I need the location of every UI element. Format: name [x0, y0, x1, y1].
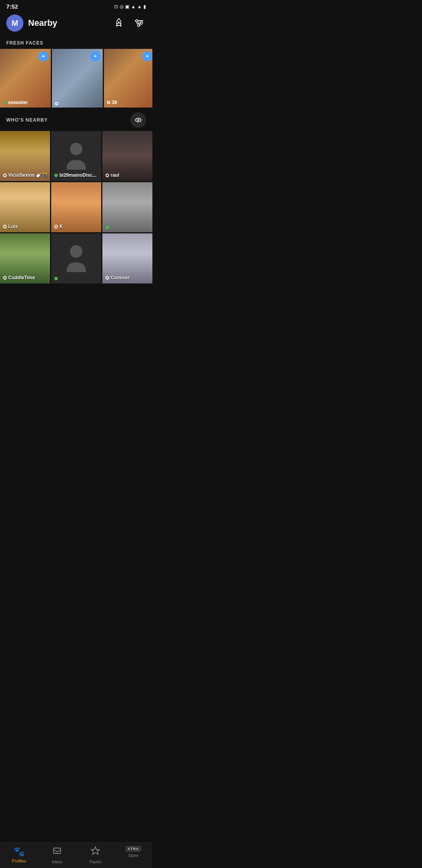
profile-label: VicioSexion 🍼🎊 [3, 172, 48, 178]
fresh-faces-row: ✦ seawater ✦ ✦ 38 🐱 ahora [0, 49, 152, 108]
boost-badge-3: ✦ [142, 51, 152, 61]
battery-icon: ▮ [143, 4, 146, 9]
profile-label-8 [54, 277, 58, 280]
fresh-faces-title: FRESH FACES [0, 36, 152, 49]
header-actions [112, 16, 146, 30]
profile-card-8[interactable] [51, 233, 101, 283]
svg-point-4 [136, 20, 138, 22]
fresh-label-2 [55, 102, 58, 105]
filter-icon [134, 18, 145, 29]
svg-point-9 [70, 143, 82, 155]
profile-card-luis[interactable]: Luis [0, 182, 50, 232]
at-icon: ◎ [120, 4, 123, 9]
fresh-label: seawater [3, 100, 28, 105]
profile-card-6[interactable] [102, 182, 152, 232]
boost-badge-2: ✦ [90, 51, 100, 61]
profile-label-raul: raul [106, 172, 119, 178]
profile-card-raul[interactable]: raul [102, 131, 152, 181]
avatar[interactable]: M [6, 14, 23, 32]
silhouette-icon [64, 140, 88, 172]
profile-card-cuddletime[interactable]: CuddleTime [0, 233, 50, 283]
svg-point-6 [138, 24, 140, 27]
page-title: Nearby [28, 18, 112, 28]
profile-label-luis: Luis [3, 224, 18, 229]
signal-icon: ▲ [137, 4, 142, 9]
offline-indicator [55, 102, 58, 105]
profile-card-bi29[interactable]: bi29mamoDisc... [51, 131, 101, 181]
eye-button[interactable] [131, 112, 146, 128]
status-time: 7:52 [6, 3, 18, 10]
fresh-label-3: 38 [107, 100, 117, 105]
profile-card-viciosex[interactable]: VicioSexion 🍼🎊 [0, 131, 50, 181]
fresh-card-38[interactable]: ✦ 38 [104, 49, 152, 108]
wifi-icon: ▲ [131, 4, 136, 9]
filter-button[interactable] [132, 16, 146, 30]
screenshot-icon: ⊡ [114, 4, 118, 9]
eye-icon [134, 116, 143, 124]
boost-badge: ✦ [38, 51, 48, 61]
whos-nearby-title: WHO'S NEARBY [6, 117, 48, 123]
fresh-card-2[interactable]: ✦ [52, 49, 103, 108]
whos-nearby-header: WHO'S NEARBY [0, 108, 152, 131]
svg-point-5 [140, 22, 143, 24]
profile-label-k: K [54, 224, 63, 229]
profile-card-conocer[interactable]: Conocer [102, 233, 152, 283]
profile-label-cuddletime: CuddleTime [3, 275, 35, 280]
profile-label-6 [106, 226, 109, 229]
profile-label-bi29: bi29mamoDisc... [54, 172, 97, 178]
profiles-grid: VicioSexion 🍼🎊 bi29mamoDisc... raul Luis [0, 131, 152, 283]
silhouette-icon-2 [64, 243, 88, 274]
fresh-card-seawater[interactable]: ✦ seawater [0, 49, 51, 108]
offline-indicator-3 [107, 101, 110, 104]
silhouette-2 [51, 233, 101, 283]
profile-card-k[interactable]: K [51, 182, 101, 232]
status-icons: ⊡ ◎ ▣ ▲ ▲ ▮ [114, 4, 146, 9]
boost-button[interactable] [112, 16, 126, 30]
svg-point-8 [138, 119, 139, 121]
profile-label-conocer: Conocer [106, 275, 130, 280]
svg-point-10 [70, 245, 82, 258]
svg-point-0 [118, 22, 120, 24]
status-bar: 7:52 ⊡ ◎ ▣ ▲ ▲ ▮ [0, 0, 152, 11]
vibrate-icon: ▣ [125, 4, 129, 9]
rocket-icon [113, 18, 124, 29]
online-indicator [3, 101, 6, 104]
header: M Nearby [0, 11, 152, 36]
